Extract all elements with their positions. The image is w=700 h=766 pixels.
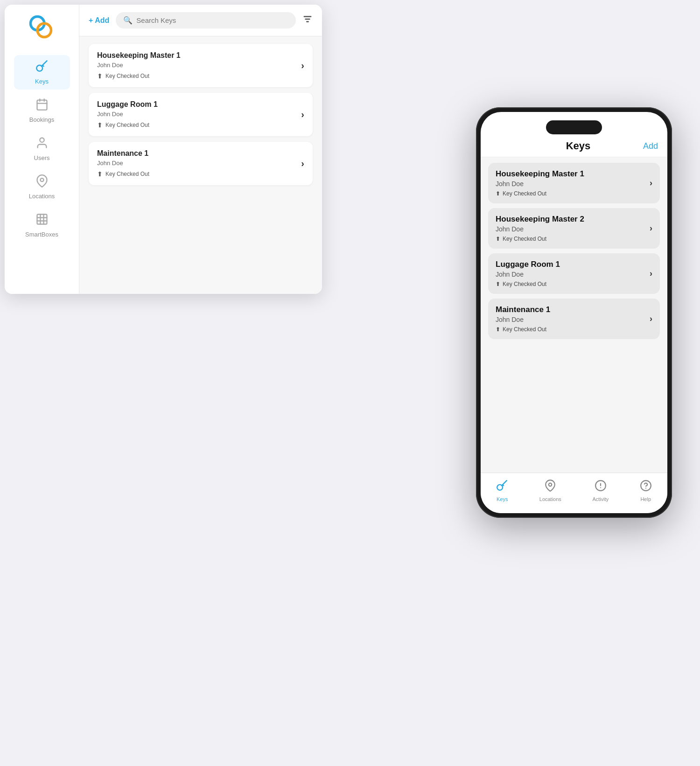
phone-key-user: John Doe (496, 316, 550, 323)
phone-key-card[interactable]: Maintenance 1 John Doe ⬆ Key Checked Out… (488, 299, 660, 339)
desktop-app: Keys Bookings Users (5, 5, 322, 294)
sidebar-item-locations[interactable]: Locations (14, 170, 70, 204)
key-card-status: ⬆ Key Checked Out (97, 170, 149, 178)
sidebar-item-bookings[interactable]: Bookings (14, 93, 70, 128)
search-box: 🔍 (116, 12, 296, 28)
chevron-right-icon: › (650, 314, 652, 324)
nav-keys-label: Keys (497, 496, 508, 502)
key-card[interactable]: Housekeeping Master 1 John Doe ⬆ Key Che… (89, 44, 313, 87)
phone-key-card[interactable]: Housekeeping Master 2 John Doe ⬆ Key Che… (488, 208, 660, 249)
nav-locations-label: Locations (539, 496, 561, 502)
nav-item-activity[interactable]: Activity (583, 478, 618, 504)
nav-activity-label: Activity (592, 496, 609, 502)
locations-icon (35, 174, 49, 190)
phone-body: Keys Add Housekeeping Master 1 John Doe … (476, 107, 672, 518)
phone-key-title: Housekeeping Master 1 (496, 169, 584, 179)
smartboxes-icon (35, 213, 49, 228)
nav-item-locations[interactable]: Locations (530, 478, 571, 504)
phone-screen: Keys Add Housekeeping Master 1 John Doe … (481, 112, 667, 513)
app-logo (28, 14, 56, 42)
svg-point-18 (549, 483, 552, 487)
phone-key-status: ⬆ Key Checked Out (496, 326, 550, 333)
phone-key-card-info: Maintenance 1 John Doe ⬆ Key Checked Out (496, 305, 550, 333)
phone-key-user: John Doe (496, 225, 584, 233)
phone-key-status-text: Key Checked Out (503, 326, 546, 333)
phone-key-title: Maintenance 1 (496, 305, 550, 314)
nav-help-icon (640, 480, 652, 494)
svg-rect-9 (37, 215, 47, 224)
phone-key-status: ⬆ Key Checked Out (496, 281, 560, 287)
sidebar-users-label: Users (34, 154, 50, 161)
phone-key-status-text: Key Checked Out (503, 281, 546, 287)
svg-point-7 (40, 138, 44, 142)
keys-icon (35, 60, 49, 75)
bookings-icon (35, 98, 49, 113)
phone-key-status-text: Key Checked Out (503, 190, 546, 197)
phone-key-card-info: Housekeeping Master 2 John Doe ⬆ Key Che… (496, 215, 584, 242)
search-input[interactable] (136, 16, 288, 24)
phone-key-status: ⬆ Key Checked Out (496, 236, 584, 242)
key-card-user: John Doe (97, 111, 158, 118)
users-icon (35, 136, 49, 152)
phone-bottom-nav: Keys Locations (481, 473, 667, 513)
phone-header: Keys Add (481, 112, 667, 157)
phone-key-user: John Doe (496, 180, 584, 188)
key-card-title: Housekeeping Master 1 (97, 51, 181, 60)
key-card-user: John Doe (97, 62, 181, 69)
chevron-right-icon: › (301, 60, 304, 71)
chevron-right-icon: › (650, 178, 652, 188)
phone-title: Keys (513, 140, 643, 152)
filter-button[interactable] (302, 14, 313, 27)
checkout-icon: ⬆ (496, 326, 500, 333)
phone-add-button[interactable]: Add (643, 141, 658, 151)
sidebar-item-users[interactable]: Users (14, 132, 70, 166)
key-card-user: John Doe (97, 160, 149, 167)
nav-item-keys[interactable]: Keys (487, 478, 518, 504)
key-card-info: Maintenance 1 John Doe ⬆ Key Checked Out (97, 149, 149, 178)
sidebar-item-keys[interactable]: Keys (14, 55, 70, 90)
phone-mockup: Keys Add Housekeeping Master 1 John Doe … (476, 107, 672, 518)
sidebar-smartboxes-label: SmartBoxes (25, 231, 58, 238)
phone-notch (546, 120, 602, 134)
sidebar: Keys Bookings Users (5, 5, 79, 294)
nav-item-help[interactable]: Help (630, 478, 661, 504)
checkout-icon: ⬆ (97, 121, 103, 129)
phone-key-card[interactable]: Luggage Room 1 John Doe ⬆ Key Checked Ou… (488, 253, 660, 294)
chevron-right-icon: › (650, 223, 652, 233)
add-button[interactable]: + Add (89, 16, 109, 25)
sidebar-locations-label: Locations (29, 193, 55, 200)
nav-help-label: Help (640, 496, 651, 502)
checkout-icon: ⬆ (496, 281, 500, 287)
checkout-icon: ⬆ (97, 72, 103, 80)
sidebar-bookings-label: Bookings (29, 116, 54, 123)
phone-keys-list: Housekeeping Master 1 John Doe ⬆ Key Che… (481, 157, 667, 473)
checkout-icon: ⬆ (97, 170, 103, 178)
nav-activity-icon (595, 480, 607, 494)
svg-point-8 (40, 178, 43, 181)
nav-locations-icon (544, 480, 556, 494)
key-card[interactable]: Luggage Room 1 John Doe ⬆ Key Checked Ou… (89, 93, 313, 136)
key-card-title: Luggage Room 1 (97, 100, 158, 109)
key-card-status-text: Key Checked Out (105, 122, 149, 128)
key-card-info: Luggage Room 1 John Doe ⬆ Key Checked Ou… (97, 100, 158, 129)
phone-key-status: ⬆ Key Checked Out (496, 190, 584, 197)
nav-keys-icon (496, 480, 508, 494)
phone-key-card-info: Luggage Room 1 John Doe ⬆ Key Checked Ou… (496, 260, 560, 287)
phone-key-status-text: Key Checked Out (503, 236, 546, 242)
key-card[interactable]: Maintenance 1 John Doe ⬆ Key Checked Out… (89, 142, 313, 185)
phone-key-card-info: Housekeeping Master 1 John Doe ⬆ Key Che… (496, 169, 584, 197)
key-card-info: Housekeeping Master 1 John Doe ⬆ Key Che… (97, 51, 181, 80)
checkout-icon: ⬆ (496, 236, 500, 242)
key-card-status-text: Key Checked Out (105, 171, 149, 177)
search-icon: 🔍 (123, 16, 133, 25)
chevron-right-icon: › (650, 269, 652, 279)
keys-list: Housekeeping Master 1 John Doe ⬆ Key Che… (79, 36, 322, 193)
svg-rect-3 (37, 100, 47, 110)
sidebar-keys-label: Keys (35, 78, 49, 85)
phone-key-card[interactable]: Housekeeping Master 1 John Doe ⬆ Key Che… (488, 163, 660, 203)
main-content: + Add 🔍 Housekeeping Master 1 John Doe (79, 5, 322, 294)
sidebar-item-smartboxes[interactable]: SmartBoxes (14, 208, 70, 243)
phone-key-user: John Doe (496, 271, 560, 278)
key-card-status: ⬆ Key Checked Out (97, 121, 158, 129)
key-card-status: ⬆ Key Checked Out (97, 72, 181, 80)
